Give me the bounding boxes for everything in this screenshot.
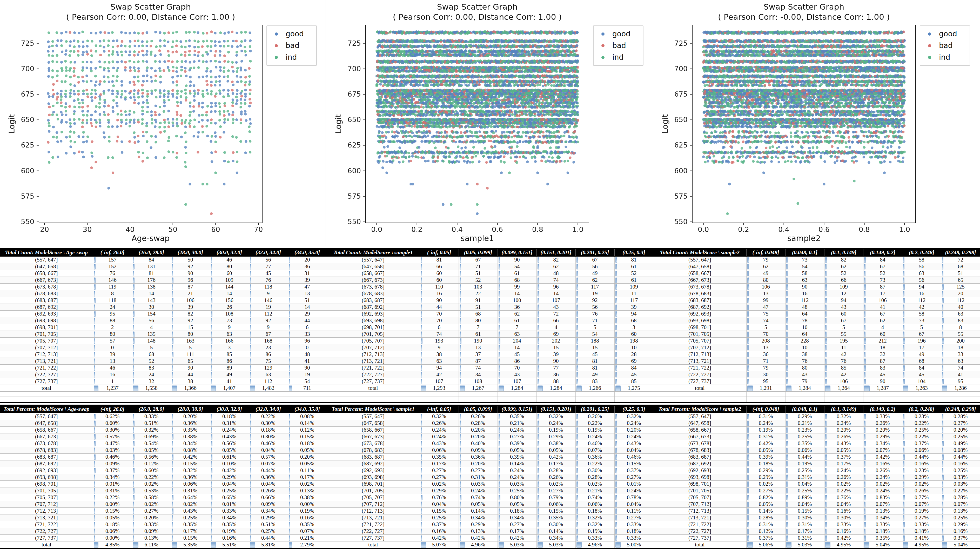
value-cell: 0.25% [902,426,941,433]
data-bar-icon [538,352,539,357]
data-bar-icon [576,501,578,507]
row-label: (701, 705] [0,487,93,494]
value-cell: 10 [785,344,824,351]
data-bar-icon [747,372,749,377]
data-bar-icon [133,304,134,310]
cell-value: 40 [958,304,963,310]
cell-value: 19 [266,304,271,310]
data-bar-icon [499,528,500,534]
data-bar-icon [538,535,539,541]
cell-value: 0.06% [432,447,446,453]
value-cell: 1,291 [746,385,785,391]
cell-value: 85 [841,364,846,371]
cell-value: 0.28% [588,474,602,480]
data-bar-icon [133,468,135,473]
data-bar-icon [460,284,461,290]
value-cell: 0.23% [902,467,941,474]
cell-value: 96 [554,283,559,290]
cell-value: 0.15% [798,508,812,514]
cell-value: 82 [554,256,559,263]
value-cell: 106 [824,378,863,385]
table-row: (712, 713]0.15%0.14%0.18%0.15%0.18%0.11% [327,508,653,514]
cell-value: 58 [919,310,924,317]
pivot-table-percent-2: Total Percent: ModelScore \ sample2(-inf… [653,404,980,549]
data-bar-icon [211,474,212,480]
row-label: (557, 647] [0,256,93,263]
value-cell: 0.24% [210,426,249,433]
value-cell: 95 [746,378,785,385]
value-cell: 0.18% [614,528,653,535]
value-cell: 0.04% [785,501,824,508]
value-cell: 4.96% [458,541,498,548]
value-cell: 76 [824,358,863,364]
row-label: (667, 673] [327,433,420,440]
value-cell: 24 [93,304,132,310]
data-bar-icon [825,427,827,433]
data-bar-icon [825,358,827,364]
cell-value: 0.29% [759,467,773,473]
value-cell: 60 [210,270,249,277]
value-cell: 41 [941,371,980,378]
value-cell: 5 [576,324,614,331]
cell-value: 32 [149,378,154,384]
cell-value: 0.24% [876,487,889,494]
data-bar-icon [289,284,290,290]
value-cell: 1,263 [902,385,941,391]
data-bar-icon [576,372,578,377]
empty-row [0,391,327,397]
row-label: (701, 705] [327,331,420,337]
cell-value: 0.32% [588,521,602,527]
value-cell: 202 [536,337,576,344]
table-row: (712, 713]3968111858648 [0,351,327,358]
data-bar-icon [94,488,95,493]
value-cell: 0.23% [902,413,941,420]
column-header: (-inf, 0.05] [420,249,458,256]
value-cell: 0.04% [210,481,249,487]
table-title: Total Count: ModelScore \ sample1 [327,249,420,256]
y-tick-label: 650 [336,116,361,124]
legend-label: bad [286,41,299,50]
data-bar-icon [786,474,788,480]
data-bar-icon [747,271,749,276]
value-cell: 0.27% [536,487,576,494]
data-bar-icon [460,372,461,377]
data-bar-icon [460,325,461,330]
data-bar-icon [211,454,213,460]
value-cell: 0.06% [420,447,458,454]
data-bar-icon [289,528,290,534]
data-bar-icon [786,508,788,514]
data-bar-icon [211,420,212,426]
value-cell: 1,264 [824,385,863,391]
cell-value: 56 [149,317,154,324]
value-cell: 0.02% [902,481,941,487]
data-bar-icon [538,447,539,453]
value-cell: 0.18% [210,413,249,420]
value-cell: 5 [824,324,863,331]
value-cell: 68 [902,358,941,364]
cell-value: 0.24% [510,467,524,473]
cell-value: 6 [306,324,309,330]
value-cell: 0.27% [420,474,458,481]
cell-value: 0.07% [876,447,889,453]
data-bar-icon [211,284,213,290]
value-cell: 125 [941,283,980,290]
cell-value: 0.20% [183,413,197,419]
data-bar-icon [172,508,173,514]
data-bar-icon [942,535,943,541]
data-bar-icon [421,271,422,276]
cell-value: 68 [149,351,154,357]
value-cell: 0.38% [536,440,576,447]
value-cell: 6 [420,324,458,331]
data-bar-icon [460,522,461,527]
value-cell: 0.01% [614,481,653,487]
value-cell: 0.16% [288,514,327,521]
cell-value: 13 [305,290,310,297]
value-cell: 107 [420,378,458,385]
data-bar-icon [616,338,617,344]
data-bar-icon [903,379,905,384]
data-bar-icon [250,454,251,460]
data-bar-icon [133,434,135,439]
value-cell: 0.30% [249,433,288,440]
cell-value: 9 [228,324,231,330]
cell-value: 0.19% [300,508,314,514]
